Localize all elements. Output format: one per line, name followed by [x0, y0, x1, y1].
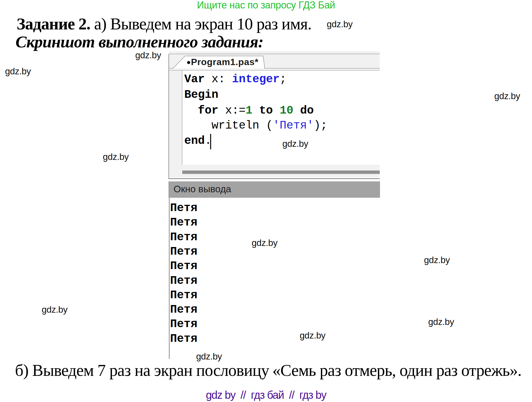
- svg-text:Окно вывода: Окно вывода: [174, 184, 231, 194]
- svg-text:for x:=1 to 10 do: for x:=1 to 10 do: [184, 104, 314, 117]
- svg-text:Петя: Петя: [170, 303, 197, 316]
- svg-text:Петя: Петя: [170, 245, 197, 258]
- svg-text:end.: end.: [184, 134, 212, 147]
- svg-text:Петя: Петя: [170, 274, 197, 287]
- svg-text:Var x: integer;: Var x: integer;: [184, 73, 287, 86]
- svg-text:Петя: Петя: [170, 332, 197, 345]
- svg-text:Петя: Петя: [170, 260, 197, 273]
- svg-text:Петя: Петя: [170, 231, 197, 244]
- svg-text:Петя: Петя: [170, 318, 197, 331]
- svg-text:Петя: Петя: [170, 289, 197, 302]
- svg-text:Program1.pas*: Program1.pas*: [191, 57, 259, 67]
- svg-text:Петя: Петя: [170, 202, 197, 215]
- svg-text:writeln ('Петя');: writeln ('Петя');: [184, 119, 327, 132]
- svg-text:Begin: Begin: [184, 88, 218, 101]
- svg-text:Петя: Петя: [170, 216, 197, 229]
